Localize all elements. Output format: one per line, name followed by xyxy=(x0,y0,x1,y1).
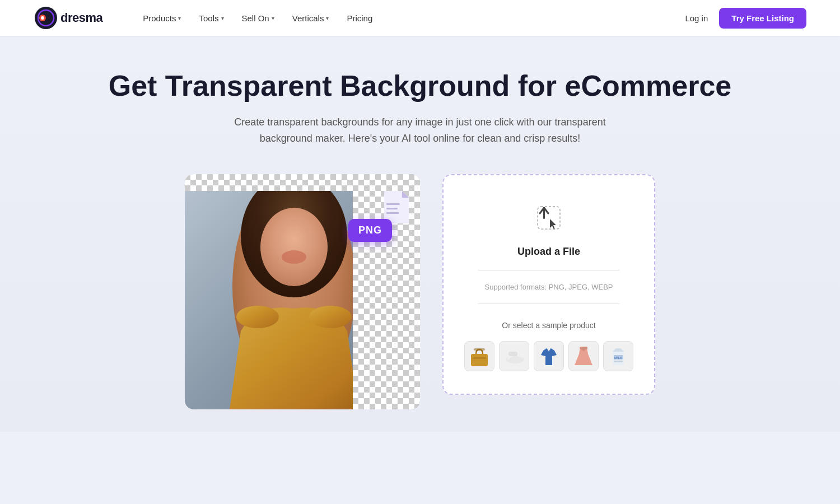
png-badge: PNG xyxy=(348,219,392,242)
upload-cursor-icon xyxy=(534,203,563,232)
logo-link[interactable]: dresma xyxy=(34,6,102,30)
nav-verticals[interactable]: Verticals ▾ xyxy=(286,9,336,27)
svg-point-9 xyxy=(309,306,352,328)
svg-point-3 xyxy=(41,16,44,20)
hero-section: Get Transparent Background for eCommerce… xyxy=(0,36,840,432)
login-link[interactable]: Log in xyxy=(685,13,708,23)
hero-subtitle: Create transparent backgrounds for any i… xyxy=(218,114,622,147)
demo-image-panel: PNG xyxy=(185,174,420,409)
sample-product-dress[interactable] xyxy=(568,341,599,371)
demo-container: PNG Upload a File Supported formats: xyxy=(112,174,728,409)
chevron-down-icon: ▾ xyxy=(178,15,181,21)
logo-text: dresma xyxy=(60,11,102,25)
svg-rect-22 xyxy=(471,354,488,366)
chevron-down-icon: ▾ xyxy=(272,15,274,21)
sample-product-milk[interactable]: MILK xyxy=(603,341,633,371)
navbar: dresma Products ▾ Tools ▾ Sell On ▾ Vert… xyxy=(0,0,840,36)
upload-panel[interactable]: Upload a File Supported formats: PNG, JP… xyxy=(442,174,655,395)
logo-icon xyxy=(34,6,58,30)
svg-rect-16 xyxy=(185,174,420,191)
chevron-down-icon: ▾ xyxy=(221,15,224,21)
png-file-badge: PNG xyxy=(382,191,409,223)
divider-2 xyxy=(478,304,620,304)
svg-rect-24 xyxy=(474,348,485,351)
sample-products-row: MILK xyxy=(464,341,633,371)
chevron-down-icon: ▾ xyxy=(326,15,329,21)
sample-product-shoe[interactable] xyxy=(499,341,529,371)
svg-rect-23 xyxy=(473,357,486,359)
svg-rect-19 xyxy=(386,212,399,214)
upload-label: Upload a File xyxy=(517,246,580,258)
nav-tools-label: Tools xyxy=(199,13,218,23)
svg-point-7 xyxy=(260,208,328,286)
svg-rect-18 xyxy=(386,208,398,209)
svg-point-10 xyxy=(282,250,306,264)
divider xyxy=(478,270,620,270)
nav-pricing[interactable]: Pricing xyxy=(340,9,379,27)
svg-point-8 xyxy=(236,306,279,328)
sample-product-shirt[interactable] xyxy=(534,341,564,371)
try-free-listing-button[interactable]: Try Free Listing xyxy=(719,8,806,29)
upload-icon-wrap xyxy=(534,203,563,235)
nav-sell-on[interactable]: Sell On ▾ xyxy=(235,9,281,27)
nav-products[interactable]: Products ▾ xyxy=(136,9,188,27)
nav-tools[interactable]: Tools ▾ xyxy=(192,9,230,27)
sample-product-bag[interactable] xyxy=(464,341,494,371)
svg-rect-21 xyxy=(538,207,560,229)
nav-links: Products ▾ Tools ▾ Sell On ▾ Verticals ▾… xyxy=(136,9,685,27)
nav-sell-on-label: Sell On xyxy=(242,13,269,23)
svg-text:MILK: MILK xyxy=(614,356,622,360)
sample-label: Or select a sample product xyxy=(502,321,595,330)
svg-rect-17 xyxy=(386,203,400,205)
nav-pricing-label: Pricing xyxy=(347,13,372,23)
nav-products-label: Products xyxy=(143,13,176,23)
nav-verticals-label: Verticals xyxy=(292,13,324,23)
supported-formats: Supported formats: PNG, JPEG, WEBP xyxy=(484,283,613,291)
svg-rect-26 xyxy=(508,352,517,356)
svg-rect-31 xyxy=(614,361,623,362)
svg-rect-27 xyxy=(580,347,587,349)
nav-right: Log in Try Free Listing xyxy=(685,8,806,29)
hero-title: Get Transparent Background for eCommerce xyxy=(34,69,806,103)
